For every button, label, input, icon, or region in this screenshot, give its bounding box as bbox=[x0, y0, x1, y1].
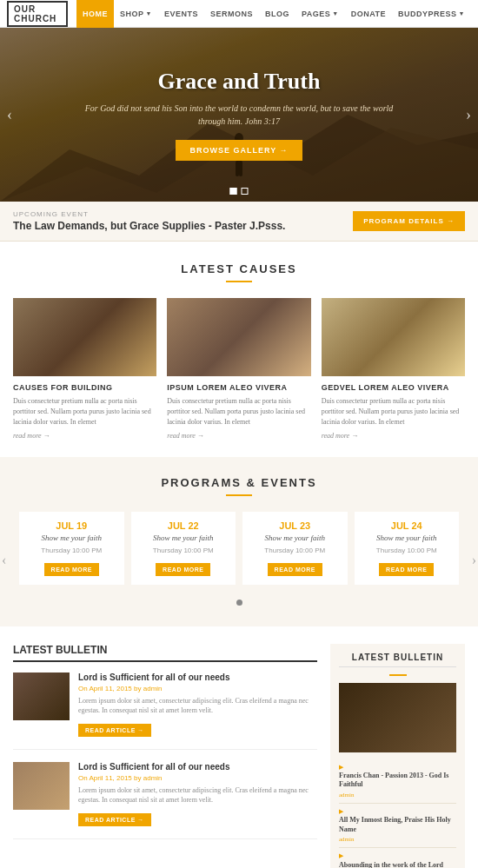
cause-text-3: Duis consectetur pretium nulla ac porta … bbox=[322, 396, 465, 427]
hero-title: Grace and Truth bbox=[74, 69, 404, 95]
bulletin-item-1: Lord is Sufficient for all of our needs … bbox=[13, 673, 317, 750]
bulletin-title-2: Lord is Sufficient for all of our needs bbox=[78, 762, 317, 772]
bulletin-thumb-1 bbox=[13, 673, 70, 720]
hero-section: ‹ Grace and Truth For God did not send h… bbox=[0, 28, 478, 202]
program-title-1: Show me your faith bbox=[26, 533, 117, 544]
program-title-2: Show me your faith bbox=[138, 533, 229, 544]
cause-image-2 bbox=[167, 298, 310, 376]
event-title: The Law Demands, but Grace Supplies - Pa… bbox=[13, 220, 285, 232]
program-read-more-4[interactable]: READ MORE bbox=[379, 563, 434, 576]
header: OUR CHURCH HOME SHOP▼ EVENTS SERMONS BLO… bbox=[0, 0, 478, 28]
event-bar-info: UPCOMING EVENT The Law Demands, but Grac… bbox=[13, 210, 285, 232]
programs-nav-left[interactable]: ‹ bbox=[2, 553, 6, 568]
cause-title-3: GEDVEL LOREM ALEO VIVERA bbox=[322, 383, 465, 392]
bulletin-main-title: LATEST BULLETIN bbox=[13, 644, 317, 662]
program-day-3: Thursday 10:00 PM bbox=[249, 547, 341, 554]
bulletin-text-1: Lorem ipsum dolor sit amet, consectetur … bbox=[78, 696, 317, 715]
programs-dots bbox=[19, 593, 459, 609]
cause-image-1 bbox=[13, 298, 156, 376]
browse-gallery-button[interactable]: BROWSE GALLERY → bbox=[176, 140, 302, 161]
program-day-4: Thursday 10:00 PM bbox=[362, 547, 453, 554]
cause-title-1: CAUSES FOR BUILDING bbox=[13, 383, 156, 392]
program-read-more-2[interactable]: READ MORE bbox=[156, 563, 210, 576]
bulletin-meta-1: On April 11, 2015 by admin bbox=[78, 685, 317, 692]
programs-section-title: PROGRAMS & EVENTS bbox=[9, 476, 469, 489]
cause-read-more-2[interactable]: read more → bbox=[167, 432, 310, 440]
sidebar-list-item-2[interactable]: All My Inmost Being, Praise His Holy Nam… bbox=[339, 804, 456, 848]
bulletin-thumb-2 bbox=[13, 762, 70, 810]
cause-card-2: IPSUM LOREM ALEO VIVERA Duis consectetur… bbox=[167, 298, 310, 440]
program-details-button[interactable]: PROGRAM DETAILS → bbox=[353, 211, 465, 231]
bulletin-info-1: Lord is Sufficient for all of our needs … bbox=[78, 673, 317, 737]
causes-grid: CAUSES FOR BUILDING Duis consectetur pre… bbox=[13, 298, 465, 440]
sidebar-list-item-3[interactable]: Abounding in the work of the Lord admin bbox=[339, 848, 456, 868]
nav-shop[interactable]: SHOP▼ bbox=[114, 0, 158, 28]
latest-causes-section: LATEST CAUSES CAUSES FOR BUILDING Duis c… bbox=[0, 242, 478, 457]
program-day-2: Thursday 10:00 PM bbox=[138, 547, 229, 554]
cause-read-more-3[interactable]: read more → bbox=[322, 432, 465, 440]
nav-buddypress[interactable]: BUDDYPRESS▼ bbox=[392, 0, 471, 28]
cause-card-1: CAUSES FOR BUILDING Duis consectetur pre… bbox=[13, 298, 156, 440]
nav-donate[interactable]: DONATE bbox=[345, 0, 392, 28]
program-title-4: Show me your faith bbox=[362, 533, 453, 544]
hero-subtitle: For God did not send his Son into the wo… bbox=[74, 102, 404, 128]
hero-dot-2[interactable] bbox=[242, 188, 249, 195]
bulletin-read-article-1[interactable]: READ ARTICLE → bbox=[78, 724, 151, 737]
event-label: UPCOMING EVENT bbox=[13, 210, 285, 218]
upcoming-event-bar: UPCOMING EVENT The Law Demands, but Grac… bbox=[0, 202, 478, 242]
latest-bulletin-section: LATEST BULLETIN Lord is Sufficient for a… bbox=[0, 626, 478, 868]
program-date-4: JUL 24 bbox=[362, 520, 453, 531]
program-card-4: JUL 24 Show me your faith Thursday 10:00… bbox=[355, 512, 460, 585]
bulletin-text-2: Lorem ipsum dolor sit amet, consectetur … bbox=[78, 785, 317, 805]
program-read-more-1[interactable]: READ MORE bbox=[44, 563, 99, 576]
bulletin-info-2: Lord is Sufficient for all of our needs … bbox=[78, 762, 317, 826]
cause-text-1: Duis consectetur pretium nulla ac porta … bbox=[13, 396, 156, 427]
sidebar-video[interactable] bbox=[339, 683, 456, 752]
nav-home[interactable]: HOME bbox=[76, 0, 114, 28]
cause-image-3 bbox=[322, 298, 465, 376]
causes-section-title: LATEST CAUSES bbox=[13, 262, 465, 275]
program-read-more-3[interactable]: READ MORE bbox=[268, 563, 322, 576]
program-card-3: JUL 23 Show me your faith Thursday 10:00… bbox=[242, 512, 348, 585]
nav-sermons[interactable]: SERMONS bbox=[204, 0, 259, 28]
programs-divider bbox=[226, 494, 252, 496]
cause-text-2: Duis consectetur pretium nulla ac porta … bbox=[167, 396, 310, 427]
bulletin-title-1: Lord is Sufficient for all of our needs bbox=[78, 673, 317, 682]
main-nav: HOME SHOP▼ EVENTS SERMONS BLOG PAGES▼ DO… bbox=[76, 0, 471, 28]
sidebar-divider bbox=[389, 674, 407, 676]
program-title-3: Show me your faith bbox=[249, 533, 341, 544]
cause-read-more-1[interactable]: read more → bbox=[13, 432, 156, 440]
programs-events-section: PROGRAMS & EVENTS ‹ JUL 19 Show me your … bbox=[0, 457, 478, 626]
logo[interactable]: OUR CHURCH bbox=[7, 1, 68, 27]
bulletin-meta-2: On April 11, 2015 by admin bbox=[78, 774, 317, 782]
bulletin-read-article-2[interactable]: READ ARTICLE → bbox=[78, 813, 151, 826]
program-date-2: JUL 22 bbox=[138, 520, 229, 531]
cause-card-3: GEDVEL LOREM ALEO VIVERA Duis consectetu… bbox=[322, 298, 465, 440]
hero-content: Grace and Truth For God did not send his… bbox=[48, 69, 430, 161]
bulletin-sidebar: LATEST BULLETIN Francis Chan - Passion 2… bbox=[330, 644, 465, 868]
program-date-1: JUL 19 bbox=[26, 520, 117, 531]
bulletin-item-2: Lord is Sufficient for all of our needs … bbox=[13, 762, 317, 839]
bulletin-main: LATEST BULLETIN Lord is Sufficient for a… bbox=[13, 644, 317, 868]
program-day-1: Thursday 10:00 PM bbox=[26, 547, 117, 554]
programs-grid: JUL 19 Show me your faith Thursday 10:00… bbox=[19, 512, 459, 585]
programs-nav-right[interactable]: › bbox=[472, 553, 476, 568]
hero-dot-1[interactable] bbox=[230, 188, 237, 195]
video-bg bbox=[339, 683, 456, 752]
nav-blog[interactable]: BLOG bbox=[259, 0, 295, 28]
sidebar-list-item-1[interactable]: Francis Chan - Passion 2013 - God Is Fai… bbox=[339, 759, 456, 804]
svg-rect-6 bbox=[236, 161, 239, 176]
hero-nav-right[interactable]: › bbox=[466, 106, 471, 124]
sidebar-bulletin-title: LATEST BULLETIN bbox=[339, 653, 456, 667]
nav-pages[interactable]: PAGES▼ bbox=[295, 0, 345, 28]
hero-nav-left[interactable]: ‹ bbox=[7, 106, 12, 124]
program-card-2: JUL 22 Show me your faith Thursday 10:00… bbox=[131, 512, 236, 585]
svg-rect-7 bbox=[239, 161, 242, 176]
program-date-3: JUL 23 bbox=[249, 520, 341, 531]
programs-dot-1[interactable] bbox=[236, 600, 242, 606]
program-card-1: JUL 19 Show me your faith Thursday 10:00… bbox=[19, 512, 124, 585]
hero-dots bbox=[230, 188, 249, 195]
causes-divider bbox=[226, 281, 252, 282]
cause-title-2: IPSUM LOREM ALEO VIVERA bbox=[167, 383, 310, 392]
nav-events[interactable]: EVENTS bbox=[158, 0, 204, 28]
